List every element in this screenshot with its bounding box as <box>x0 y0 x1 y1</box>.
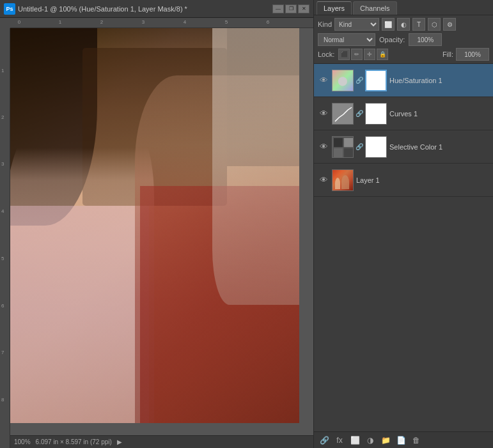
new-layer-button[interactable]: 📄 <box>395 434 407 447</box>
blend-mode-select[interactable]: Normal Multiply Screen Overlay <box>318 33 375 46</box>
delete-layer-button[interactable]: 🗑 <box>410 434 423 447</box>
layer-visibility-curves[interactable]: 👁 <box>318 108 329 120</box>
filter-smart-icon[interactable]: ⚙ <box>443 18 456 31</box>
photo-canvas[interactable] <box>10 28 299 423</box>
layer-visibility-hue[interactable]: 👁 <box>318 75 329 86</box>
layer-mask-thumb-hue[interactable] <box>365 70 387 91</box>
svg-rect-2 <box>334 138 343 147</box>
lock-icons: ⬛ ✏ ✛ 🔒 <box>338 49 388 60</box>
svg-rect-3 <box>344 138 353 147</box>
layer-thumbs-curves: 🔗 <box>332 103 387 125</box>
eye-icon-selective: 👁 <box>320 142 328 151</box>
filter-adjust-icon[interactable]: ◐ <box>397 18 410 31</box>
svg-rect-4 <box>334 148 343 157</box>
panel-tabs: Layers Channels <box>314 0 493 15</box>
window-title: Untitled-1 @ 100% (Hue/Saturation 1, Lay… <box>18 5 270 13</box>
layer-name-photo: Layer 1 <box>356 176 489 184</box>
layer-item-curves[interactable]: 👁 🔗 Curves 1 <box>314 97 493 130</box>
layer-chain-selective: 🔗 <box>355 143 364 151</box>
link-layers-button[interactable]: 🔗 <box>318 434 331 447</box>
eye-icon-photo: 👁 <box>320 175 328 185</box>
new-group-button[interactable]: 📁 <box>379 434 392 447</box>
opacity-input[interactable] <box>409 33 442 46</box>
panel-controls: Kind Kind ⬜ ◐ T ⬡ ⚙ Normal Multiply Scre… <box>314 15 493 64</box>
layer-icon-thumb-selective[interactable] <box>332 136 354 158</box>
svg-rect-5 <box>344 148 353 157</box>
right-panel: Layers Channels Kind Kind ⬜ ◐ T ⬡ ⚙ Norm… <box>313 0 493 448</box>
canvas-wrapper[interactable] <box>10 28 313 435</box>
lock-all-btn[interactable]: 🔒 <box>377 49 388 60</box>
layer-chain-curves: 🔗 <box>355 109 364 118</box>
bottom-icons: 🔗 fx ⬜ ◑ 📁 📄 🗑 <box>318 434 423 447</box>
layer-item-selective-color[interactable]: 👁 🔗 <box>314 130 493 164</box>
blend-opacity-row: Normal Multiply Screen Overlay Opacity: <box>318 33 489 46</box>
layer-mask-thumb-selective[interactable] <box>365 136 387 158</box>
eye-icon-curves: 👁 <box>320 109 328 118</box>
canvas-area: Ps Untitled-1 @ 100% (Hue/Saturation 1, … <box>0 0 313 448</box>
lock-move-btn[interactable]: ✛ <box>364 49 375 60</box>
panel-bottom-toolbar: 🔗 fx ⬜ ◑ 📁 📄 🗑 <box>314 431 493 448</box>
layer-photo-thumb[interactable] <box>332 169 354 191</box>
canvas-inner: 100% 6.097 in × 8.597 in (72 ppi) ▶ <box>10 28 313 448</box>
tab-layers[interactable]: Layers <box>317 1 352 15</box>
add-mask-button[interactable]: ⬜ <box>348 434 361 447</box>
canvas-dimensions: 6.097 in × 8.597 in (72 ppi) <box>36 438 112 445</box>
layer-visibility-photo[interactable]: 👁 <box>318 174 329 186</box>
lock-pixels-btn[interactable]: ✏ <box>351 49 363 60</box>
window-controls: — ❐ ✕ <box>272 4 309 13</box>
tab-channels[interactable]: Channels <box>353 1 396 15</box>
restore-button[interactable]: ❐ <box>285 4 297 13</box>
filter-type-icon[interactable]: T <box>412 18 425 31</box>
layer-item-hue-saturation[interactable]: 👁 ⬤ 🔗 Hue/Saturation 1 <box>314 64 493 97</box>
zoom-level: 100% <box>14 438 31 445</box>
ruler-corner <box>0 18 10 28</box>
layer-thumbs-photo <box>332 169 354 191</box>
canvas-statusbar: 100% 6.097 in × 8.597 in (72 ppi) ▶ <box>10 435 313 448</box>
kind-select[interactable]: Kind <box>334 18 379 31</box>
ruler-top-row: 0 1 2 3 4 5 6 <box>0 18 313 28</box>
kind-row: Kind Kind ⬜ ◐ T ⬡ ⚙ <box>318 18 489 31</box>
new-fill-adjustment-button[interactable]: ◑ <box>364 434 377 447</box>
layer-visibility-selective[interactable]: 👁 <box>318 141 329 153</box>
filter-shape-icon[interactable]: ⬡ <box>428 18 441 31</box>
opacity-label: Opacity: <box>379 36 405 43</box>
minimize-button[interactable]: — <box>272 4 284 13</box>
layer-item-photo[interactable]: 👁 Layer 1 <box>314 164 493 197</box>
lock-label: Lock: <box>318 50 334 58</box>
fill-input[interactable] <box>456 48 489 61</box>
layer-icon-thumb-curves[interactable] <box>332 103 354 125</box>
layer-name-selective: Selective Color 1 <box>389 143 489 151</box>
close-button[interactable]: ✕ <box>298 4 309 13</box>
lock-transparent-btn[interactable]: ⬛ <box>338 49 350 60</box>
eye-icon-hue: 👁 <box>320 75 328 85</box>
fill-label: Fill: <box>442 50 453 58</box>
layer-icon-thumb-hue[interactable]: ⬤ <box>332 70 354 91</box>
layer-name-curves: Curves 1 <box>389 110 489 118</box>
filter-pixel-icon[interactable]: ⬜ <box>382 18 395 31</box>
layer-thumbs-hue: ⬤ 🔗 <box>332 70 387 91</box>
ruler-horizontal: 0 1 2 3 4 5 6 <box>10 18 313 28</box>
ruler-vertical: 1 2 3 4 5 6 7 8 <box>0 28 10 448</box>
layer-name-hue: Hue/Saturation 1 <box>389 77 489 84</box>
kind-label: Kind <box>318 20 332 28</box>
add-layer-style-button[interactable]: fx <box>333 434 346 447</box>
layer-chain-hue: 🔗 <box>355 76 364 85</box>
layer-thumbs-selective: 🔗 <box>332 136 387 158</box>
canvas-container: 1 2 3 4 5 6 7 8 <box>0 28 313 448</box>
layers-list: 👁 ⬤ 🔗 Hue/Saturation 1 👁 <box>314 64 493 431</box>
window-titlebar: Ps Untitled-1 @ 100% (Hue/Saturation 1, … <box>0 0 313 18</box>
layer-mask-thumb-curves[interactable] <box>365 103 387 125</box>
ps-app-icon: Ps <box>4 3 15 15</box>
status-arrow[interactable]: ▶ <box>117 438 122 445</box>
